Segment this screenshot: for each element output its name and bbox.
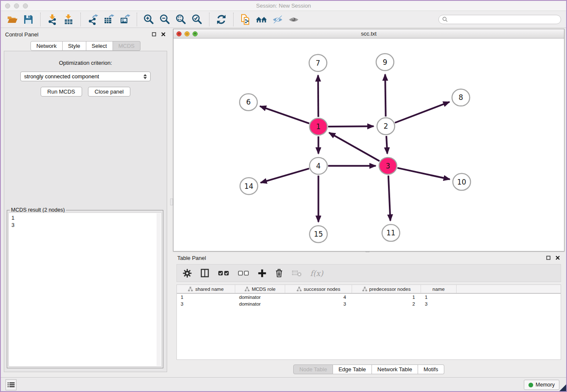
close-table-panel-icon[interactable]: [555, 255, 560, 260]
node-label: 8: [459, 93, 463, 102]
node-11[interactable]: 11: [382, 224, 400, 241]
cell-mcds-role: dominator: [235, 294, 285, 301]
deselect-all-icon[interactable]: [238, 268, 249, 279]
column-label: successor nodes: [304, 287, 340, 292]
zoom-in-icon[interactable]: [142, 13, 156, 26]
table-tab-edge-table[interactable]: Edge Table: [333, 364, 372, 374]
node-table-row[interactable]: 1dominator411: [177, 294, 561, 301]
select-all-icon[interactable]: [218, 268, 229, 279]
table-tab-motifs[interactable]: Motifs: [418, 364, 444, 374]
zoom-out-icon[interactable]: [158, 13, 172, 26]
edge-1-2[interactable]: [328, 126, 374, 127]
float-table-panel-icon[interactable]: [546, 255, 551, 260]
network-window-titlebar[interactable]: × − + scc.txt: [173, 29, 564, 39]
tab-network[interactable]: Network: [30, 41, 63, 51]
column-label: predecessor nodes: [369, 287, 411, 292]
node-label: 4: [316, 162, 321, 170]
apply-layout-icon[interactable]: [215, 13, 228, 26]
desktop-corner: [559, 384, 567, 392]
hide-details-eye-icon[interactable]: [271, 13, 284, 26]
export-table-icon[interactable]: [102, 13, 116, 26]
cell-name: 1: [421, 294, 457, 301]
import-table-icon[interactable]: [62, 13, 75, 26]
first-neighbors-icon[interactable]: [255, 13, 268, 26]
tab-select[interactable]: Select: [86, 41, 113, 51]
task-history-button[interactable]: [6, 379, 17, 390]
node-6[interactable]: 6: [239, 94, 257, 110]
export-image-icon[interactable]: [118, 13, 132, 26]
clone-network-icon[interactable]: [239, 13, 252, 26]
edge-2-8[interactable]: [395, 102, 449, 123]
table-tab-network-table[interactable]: Network Table: [372, 364, 418, 374]
column-header-name[interactable]: name: [421, 285, 457, 293]
node-15[interactable]: 15: [310, 226, 328, 243]
tab-mcds[interactable]: MCDS: [113, 41, 140, 51]
window-close-button[interactable]: [5, 3, 10, 8]
open-file-icon[interactable]: [6, 13, 19, 26]
edge-3-11[interactable]: [388, 176, 391, 221]
show-details-eye-icon[interactable]: [287, 13, 300, 26]
column-header-shared-name[interactable]: shared name: [177, 285, 235, 293]
node-10[interactable]: 10: [453, 174, 471, 190]
attribute-type-icon: [188, 287, 193, 292]
main-titlebar: Session: New Session: [1, 1, 566, 11]
network-canvas[interactable]: 7968124314101511: [173, 39, 564, 251]
delete-table-icon-disabled: [292, 268, 302, 279]
table-toolbar: f(x): [176, 264, 561, 282]
import-network-icon[interactable]: [46, 13, 59, 26]
cell-predecessor-nodes: 1: [352, 294, 421, 301]
node-3[interactable]: 3: [379, 157, 397, 174]
node-14[interactable]: 14: [240, 178, 258, 195]
memory-button[interactable]: Memory: [524, 380, 559, 390]
edge-4-14[interactable]: [261, 168, 309, 182]
network-zoom-button[interactable]: +: [193, 31, 198, 36]
search-input[interactable]: [450, 17, 557, 22]
list-icon: [8, 382, 15, 388]
close-panel-button[interactable]: Close panel: [88, 87, 131, 97]
column-label: name: [432, 287, 445, 292]
window-zoom-button[interactable]: [23, 3, 28, 8]
edge-1-6[interactable]: [260, 106, 309, 124]
node-4[interactable]: 4: [310, 157, 328, 174]
create-column-plus-icon[interactable]: [258, 268, 267, 279]
result-scrollbar[interactable]: [157, 213, 161, 366]
zoom-fit-icon[interactable]: [174, 13, 188, 26]
panel-splitter[interactable]: [170, 28, 173, 377]
mcds-result-title: MCDS result (2 nodes): [10, 207, 66, 213]
attribute-type-icon: [362, 287, 367, 292]
column-header-mcds-role[interactable]: MCDS role: [235, 285, 285, 293]
mcds-result-text[interactable]: 13: [8, 213, 162, 367]
cell-shared-name: 3: [177, 301, 235, 307]
criterion-select[interactable]: strongly connected component: [20, 72, 151, 81]
network-close-button[interactable]: ×: [176, 31, 182, 36]
result-line: 3: [9, 221, 161, 229]
delete-column-trash-icon[interactable]: [275, 268, 283, 279]
node-9[interactable]: 9: [376, 54, 394, 71]
memory-label: Memory: [536, 382, 555, 388]
splitter-grip[interactable]: [170, 199, 173, 205]
run-mcds-button[interactable]: Run MCDS: [41, 87, 82, 97]
node-8[interactable]: 8: [452, 89, 470, 106]
zoom-selected-icon[interactable]: [190, 13, 204, 26]
export-network-icon[interactable]: [86, 13, 99, 26]
close-panel-icon[interactable]: [161, 32, 166, 37]
column-header-successor-nodes[interactable]: successor nodes: [285, 285, 352, 293]
node-1[interactable]: 1: [310, 118, 328, 135]
edge-2-3[interactable]: [386, 136, 387, 154]
save-session-icon[interactable]: [22, 13, 35, 26]
network-minimize-button[interactable]: −: [184, 31, 190, 36]
show-columns-icon[interactable]: [200, 268, 209, 279]
float-panel-icon[interactable]: [151, 32, 157, 37]
edge-3-10[interactable]: [397, 168, 450, 179]
node-2[interactable]: 2: [377, 118, 395, 135]
edge-3-1[interactable]: [329, 133, 380, 161]
node-7[interactable]: 7: [309, 55, 327, 72]
edge-2-9[interactable]: [385, 75, 385, 117]
edge-1-7[interactable]: [318, 75, 319, 117]
tab-style[interactable]: Style: [63, 41, 86, 51]
table-options-gear-icon[interactable]: [183, 268, 192, 279]
node-table-row[interactable]: 3dominator323: [177, 301, 561, 307]
column-header-predecessor-nodes[interactable]: predecessor nodes: [352, 285, 421, 293]
window-minimize-button[interactable]: [14, 3, 19, 8]
table-tab-node-table[interactable]: Node Table: [293, 364, 333, 374]
